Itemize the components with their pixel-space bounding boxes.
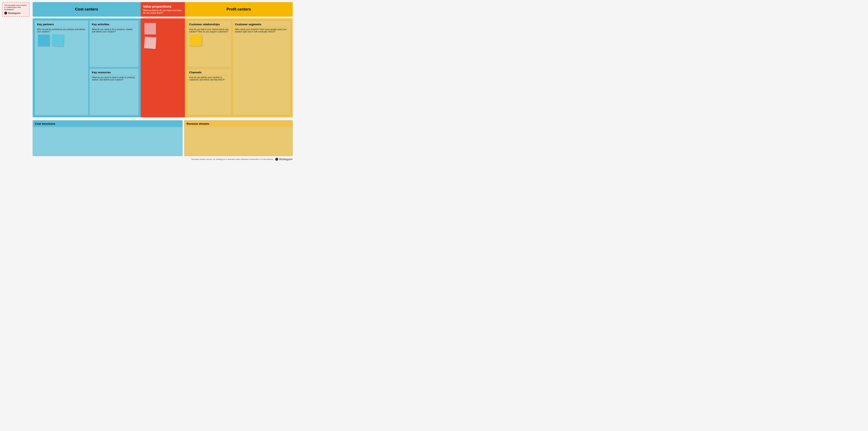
customer-segments-box: Customer segments Who needs your solutio… <box>233 21 290 115</box>
channels-subtitle: How do you deliver your solution to cust… <box>189 75 229 81</box>
customer-segments-subtitle: Who needs your solution? How many people… <box>235 27 288 33</box>
key-activities-title: Key activities <box>92 23 136 26</box>
key-partners-subtitle: Who should be involved as you produce an… <box>37 27 86 33</box>
cust-rel-channels-stack: Customer relationships How do you talk t… <box>187 21 231 115</box>
revenue-streams-header: Revenue streams <box>184 121 292 127</box>
key-activities-box: Key activities What do you need to do to… <box>90 21 138 67</box>
key-resources-title: Key resources <box>92 71 136 74</box>
strategyzer-footer-logo: Strategyzer <box>275 158 293 161</box>
channels-title: Channels <box>189 71 229 74</box>
sticky-note-blue2 <box>52 34 64 47</box>
value-prop-subtitle: What problems do you have and how do you… <box>143 9 182 14</box>
strategyzer-logo-card: Strategyzer <box>4 11 27 14</box>
bottom-row: Cost structures Revenue streams <box>33 120 293 156</box>
cost-centers-area: Key partners Who should be involved as y… <box>33 18 141 117</box>
logo-circle-icon <box>4 11 7 14</box>
key-partners-title: Key partners <box>37 23 86 26</box>
key-resources-subtitle: What do you need to have in order to pro… <box>92 75 136 81</box>
cost-centers-label: Cost centers <box>75 7 98 11</box>
channels-box: Channels How do you deliver your solutio… <box>187 68 231 115</box>
cost-structures-header: Cost structures <box>33 121 182 127</box>
key-partners-box: Key partners Who should be involved as y… <box>35 21 88 115</box>
cost-structures-box: Cost structures <box>33 120 183 156</box>
value-prop-label: Value propositions <box>143 5 172 8</box>
key-activities-subtitle: What do you need to do to produce, marke… <box>92 27 136 33</box>
footer-logo-icon <box>275 158 278 161</box>
customer-relationships-title: Customer relationships <box>189 23 229 26</box>
middle-content-row: Key partners Who should be involved as y… <box>33 18 293 117</box>
customer-relationships-subtitle: How do you talk to your market about you… <box>189 27 229 33</box>
footer: "Business Model Canvas" by Strategyzer i… <box>33 158 293 161</box>
value-proposition-area <box>141 18 185 117</box>
footer-text: "Business Model Canvas" by Strategyzer i… <box>191 158 274 160</box>
customer-relationships-box: Customer relationships How do you talk t… <box>187 21 231 67</box>
template-card-text: This template was created in collaborati… <box>4 4 26 10</box>
profit-centers-label: Profit centers <box>226 7 251 11</box>
revenue-streams-box: Revenue streams <box>184 120 293 156</box>
sticky-note-yellow <box>190 35 202 46</box>
profit-centers-header: Profit centers <box>185 2 293 17</box>
main-canvas: Cost centers Value propositions What pro… <box>33 2 293 156</box>
canvas-wrapper: This template was created in collaborati… <box>2 2 293 161</box>
key-activities-resources-stack: Key activities What do you need to do to… <box>90 21 138 115</box>
template-card: This template was created in collaborati… <box>2 2 29 17</box>
value-proposition-header: Value propositions What problems do you … <box>141 2 185 17</box>
customer-segments-title: Customer segments <box>235 23 288 26</box>
profit-centers-area: Customer relationships How do you talk t… <box>185 18 293 117</box>
logo-label-card: Strategyzer <box>8 12 21 14</box>
key-partners-stickies <box>37 33 86 48</box>
sticky-note-pink2 <box>144 37 156 49</box>
key-resources-box: Key resources What do you need to have i… <box>90 68 138 115</box>
top-header-row: Cost centers Value propositions What pro… <box>33 2 293 17</box>
sticky-note-pink1 <box>145 23 156 35</box>
cost-centers-header: Cost centers <box>33 2 141 17</box>
footer-logo-label: Strategyzer <box>279 158 293 161</box>
sticky-note-blue1 <box>38 35 50 46</box>
